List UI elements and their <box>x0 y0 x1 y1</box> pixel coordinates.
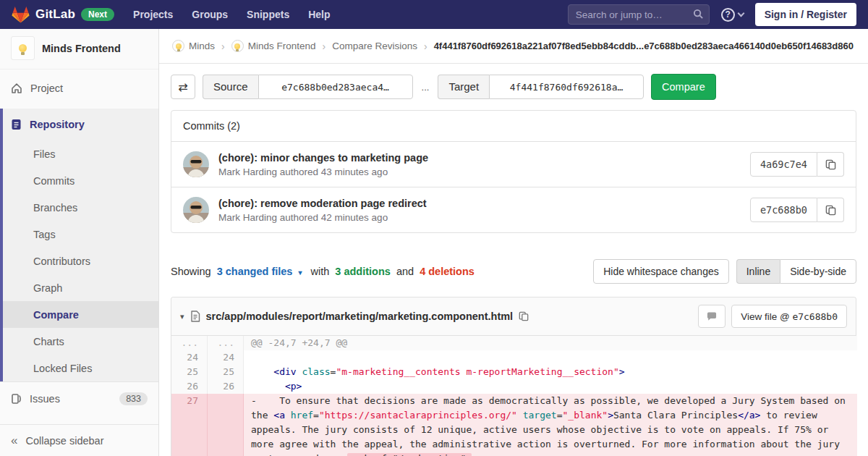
issues-icon <box>11 393 22 405</box>
lightbulb-icon <box>234 43 240 49</box>
breadcrumb-compare-revisions[interactable]: Compare Revisions <box>332 41 417 51</box>
sidebar-item-graph[interactable]: Graph <box>3 274 158 301</box>
sidebar-item-charts[interactable]: Charts <box>3 328 158 355</box>
new-line-number[interactable]: 24 <box>208 350 244 365</box>
old-line-number[interactable]: 26 <box>171 379 208 394</box>
diff-code-line: <div class="m-marketing__contents m-repo… <box>244 365 857 379</box>
sidebar-item-repository[interactable]: Repository <box>3 109 158 140</box>
commit-sha-group: 4a69c7e4 <box>750 152 844 177</box>
source-label: Source <box>203 75 258 99</box>
project-sidebar: Minds Frontend Project Repository Files … <box>0 29 159 456</box>
sidebar-item-project[interactable]: Project <box>0 74 158 103</box>
commit-sha-group: e7c688b0 <box>750 198 844 222</box>
toggle-comments-button[interactable] <box>698 305 726 328</box>
caret-down-icon: ▾ <box>298 269 302 276</box>
changed-files-dropdown[interactable]: 3 changed files ▾ <box>217 266 305 277</box>
search-input[interactable] <box>568 4 710 25</box>
top-navbar: GitLab Next Projects Groups Snippets Hel… <box>0 0 868 29</box>
diff-summary-bar: Showing 3 changed files ▾ with 3 additio… <box>171 259 856 284</box>
sidebar-item-issues[interactable]: Issues 833 <box>0 381 158 415</box>
breadcrumb: Minds › Minds Frontend › Compare Revisio… <box>159 29 868 64</box>
copy-path-icon[interactable] <box>519 311 529 321</box>
commit-title[interactable]: (chore): minor changes to marketing page <box>218 152 428 164</box>
old-line-number[interactable]: 25 <box>171 365 208 379</box>
swap-revisions-button[interactable]: ⇄ <box>171 75 195 99</box>
code-segment: > <box>619 366 625 377</box>
breadcrumb-separator: › <box>221 41 225 52</box>
question-icon: ? <box>721 8 735 22</box>
code-segment <box>285 410 291 421</box>
help-dropdown[interactable]: ? <box>721 8 744 22</box>
gitlab-logo[interactable]: GitLab Next <box>12 6 114 24</box>
sign-in-register-button[interactable]: Sign in / Register <box>755 3 856 26</box>
file-icon <box>190 311 200 322</box>
issues-count-badge: 833 <box>119 392 148 405</box>
project-name: Minds Frontend <box>42 43 121 54</box>
sidebar-item-contributors[interactable]: Contributors <box>3 248 158 274</box>
sidebar-item-compare[interactable]: Compare <box>3 301 158 328</box>
new-line-number[interactable]: 25 <box>208 365 244 379</box>
copy-sha-button[interactable] <box>817 152 844 177</box>
breadcrumb-minds-frontend[interactable]: Minds Frontend <box>231 40 316 52</box>
document-icon <box>11 119 22 130</box>
avatar[interactable] <box>183 151 209 177</box>
code-segment: = <box>313 410 319 421</box>
code-segment: </a> <box>738 410 760 421</box>
commit-title[interactable]: (chore): remove moderation page redirect <box>218 198 427 209</box>
next-badge: Next <box>81 8 114 21</box>
avatar[interactable] <box>183 197 209 223</box>
additions-count: 3 additions <box>335 266 391 277</box>
new-line-number[interactable]: ... <box>208 336 244 350</box>
chevron-down-icon <box>737 10 744 17</box>
search-icon[interactable] <box>693 9 704 20</box>
commit-row: (chore): minor changes to marketing page… <box>171 142 856 187</box>
nav-projects[interactable]: Projects <box>133 9 173 20</box>
old-line-number[interactable]: 27 <box>171 394 208 456</box>
nav-snippets[interactable]: Snippets <box>247 9 289 20</box>
and-label: and <box>396 266 414 277</box>
source-ref-input[interactable] <box>258 75 413 99</box>
collapse-sidebar-button[interactable]: « Collapse sidebar <box>0 424 158 456</box>
project-context-header[interactable]: Minds Frontend <box>0 29 158 69</box>
old-line-number[interactable]: ... <box>171 336 208 350</box>
diff-file-path[interactable]: src/app/modules/report/marketing/marketi… <box>206 311 514 322</box>
source-ref-group: Source <box>203 75 413 99</box>
sidebar-item-commits[interactable]: Commits <box>3 167 158 194</box>
code-segment: "_blank" <box>563 410 608 421</box>
sidebar-item-label: Issues <box>30 393 60 405</box>
diff-row: 2424 <box>171 350 856 365</box>
target-ref-input[interactable] <box>489 75 644 99</box>
copy-sha-button[interactable] <box>817 198 844 222</box>
sidebar-item-locked-files[interactable]: Locked Files <box>3 355 158 381</box>
old-line-number[interactable]: 24 <box>171 350 208 365</box>
code-segment <box>517 410 523 421</box>
nav-groups[interactable]: Groups <box>192 9 228 20</box>
inline-view-button[interactable]: Inline <box>736 259 780 284</box>
nav-help[interactable]: Help <box>308 9 330 20</box>
code-segment <box>251 381 285 392</box>
user-photo <box>183 151 209 177</box>
compare-button[interactable]: Compare <box>651 74 716 100</box>
sidebar-item-tags[interactable]: Tags <box>3 221 158 248</box>
view-file-button[interactable]: View file @ e7c688b0 <box>731 305 847 328</box>
hide-whitespace-button[interactable]: Hide whitespace changes <box>593 259 729 284</box>
code-segment: href <box>291 410 313 421</box>
code-segment <box>251 352 257 363</box>
code-segment: <p> <box>285 381 302 392</box>
collapse-diff-caret-icon[interactable]: ▾ <box>180 312 184 321</box>
code-segment: = <box>557 410 563 421</box>
new-line-number[interactable] <box>208 394 244 456</box>
breadcrumb-separator: › <box>424 41 427 52</box>
code-segment: <div <box>273 366 296 377</box>
new-line-number[interactable]: 26 <box>208 379 244 394</box>
breadcrumb-minds[interactable]: Minds <box>172 40 215 52</box>
sidebar-item-branches[interactable]: Branches <box>3 194 158 221</box>
commit-sha[interactable]: e7c688b0 <box>750 198 817 222</box>
sidebar-item-files[interactable]: Files <box>3 140 158 167</box>
side-by-side-view-button[interactable]: Side-by-side <box>780 259 856 284</box>
group-avatar <box>172 40 184 52</box>
breadcrumb-label: Minds <box>189 41 215 51</box>
tanuki-icon <box>12 6 30 24</box>
home-icon <box>11 83 22 94</box>
commit-sha[interactable]: 4a69c7e4 <box>750 152 817 177</box>
